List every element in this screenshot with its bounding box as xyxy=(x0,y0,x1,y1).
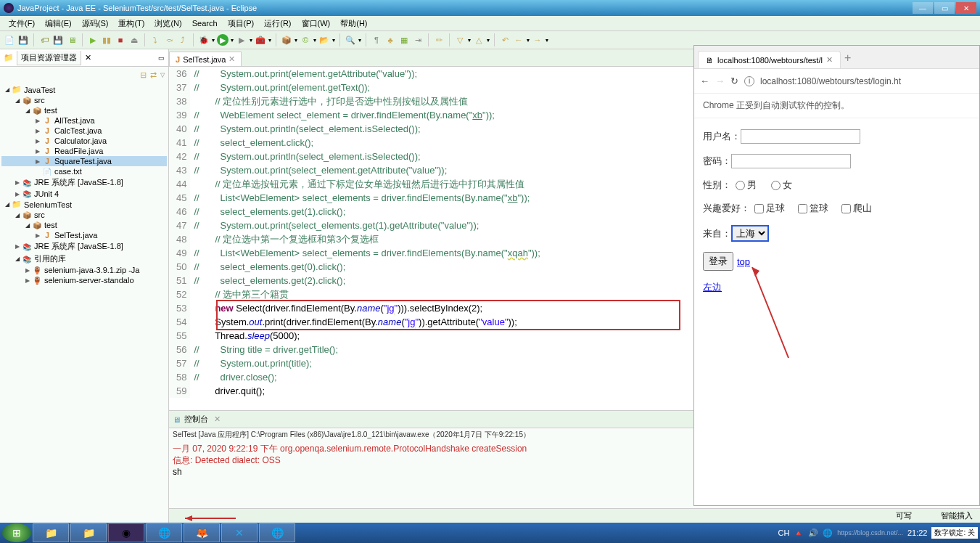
hobby-climb-checkbox[interactable] xyxy=(841,204,851,213)
tree-item[interactable]: ▶AllTest.java xyxy=(1,115,167,126)
search-icon[interactable]: 🔍 xyxy=(345,34,356,46)
task-chrome[interactable]: 🌐 xyxy=(146,523,182,542)
folder-icon: 📁 xyxy=(4,53,14,62)
tree-item[interactable]: ◢src xyxy=(1,95,167,105)
run-icon[interactable]: ▶ xyxy=(217,34,228,46)
debug-icon[interactable]: 🐞 xyxy=(198,34,210,46)
task-chrome2[interactable]: 🌐 xyxy=(259,523,295,542)
save-all-icon[interactable]: 💾 xyxy=(52,34,64,46)
block-sel-icon[interactable]: ▦ xyxy=(398,34,410,46)
menu-item[interactable]: Search xyxy=(187,19,223,28)
back-icon[interactable]: ← xyxy=(700,75,709,86)
new-icon[interactable]: 📄 xyxy=(4,34,15,46)
task-app[interactable]: ✕ xyxy=(221,523,258,542)
editor-tab-close-icon[interactable]: ✕ xyxy=(228,54,235,64)
left-link[interactable]: 左边 xyxy=(703,281,722,294)
password-input[interactable] xyxy=(731,154,851,168)
tree-item[interactable]: ▶SquareTest.java xyxy=(1,156,167,166)
tree-item[interactable]: ▶JRE 系统库 [JavaSE-1.8] xyxy=(1,176,167,189)
step-return-icon[interactable]: ⤴ xyxy=(177,34,189,46)
tree-item[interactable]: ◢引用的库 xyxy=(1,253,167,265)
menu-item[interactable]: 帮助(H) xyxy=(335,18,372,29)
tree-item[interactable]: case.txt xyxy=(1,166,167,176)
disconnect-icon[interactable]: ⏏ xyxy=(128,34,140,46)
menu-item[interactable]: 源码(S) xyxy=(77,18,114,29)
username-input[interactable] xyxy=(741,129,860,144)
menu-item[interactable]: 文件(F) xyxy=(4,18,40,29)
top-link[interactable]: top xyxy=(737,256,750,267)
tree-item[interactable]: ▶JUnit 4 xyxy=(1,189,167,199)
address-bar[interactable]: localhost:1080/webtours/test/login.ht xyxy=(760,76,901,86)
open-type-icon[interactable]: 📂 xyxy=(318,34,330,46)
pin-editor-icon[interactable]: ✏ xyxy=(433,34,445,46)
browser-tab[interactable]: 🗎 localhost:1080/webtours/test/l ✕ xyxy=(698,51,841,68)
tree-item[interactable]: ▶ReadFile.java xyxy=(1,146,167,156)
new-class-icon[interactable]: © xyxy=(300,34,311,46)
menu-item[interactable]: 浏览(N) xyxy=(149,18,186,29)
project-tree[interactable]: ◢JavaTest◢src◢test▶AllTest.java▶CalcTest… xyxy=(0,83,168,523)
run-last-icon[interactable]: ▶ xyxy=(236,34,247,46)
gender-male-radio[interactable] xyxy=(736,181,745,190)
show-whitespace-icon[interactable]: ⇥ xyxy=(412,34,424,46)
tree-item[interactable]: ◢JavaTest xyxy=(1,84,167,95)
next-ann-icon[interactable]: ▽ xyxy=(454,34,466,46)
task-firefox[interactable]: 🦊 xyxy=(184,523,220,542)
windows-taskbar: ⊞ 📁 📁 ◉ 🌐 🦊 ✕ 🌐 CH 🔺🔊🌐 https://blog.csdn… xyxy=(0,523,980,543)
tree-item[interactable]: ▶selenium-java-3.9.1.zip -Ja xyxy=(1,265,167,275)
task-explorer2[interactable]: 📁 xyxy=(70,523,107,542)
login-button[interactable]: 登录 xyxy=(703,252,733,271)
tab-close-icon[interactable]: ✕ xyxy=(826,55,833,65)
task-eclipse[interactable]: ◉ xyxy=(108,523,144,542)
tree-item[interactable]: ▶Calculator.java xyxy=(1,136,167,146)
tree-item[interactable]: ▶JRE 系统库 [JavaSE-1.8] xyxy=(1,240,167,253)
external-tools-icon[interactable]: 🧰 xyxy=(255,34,266,46)
collapse-all-icon[interactable]: ⊟ xyxy=(140,70,147,80)
explorer-close-icon[interactable]: ✕ xyxy=(85,53,91,62)
terminate-icon[interactable]: ■ xyxy=(115,34,126,46)
new-package-icon[interactable]: 📦 xyxy=(281,34,292,46)
close-button[interactable]: ✕ xyxy=(956,2,976,14)
maximize-button[interactable]: ▭ xyxy=(934,2,955,14)
tree-item[interactable]: ▶selenium-server-standalo xyxy=(1,275,167,285)
save-icon[interactable]: 💾 xyxy=(17,34,29,46)
hobby-soccer-checkbox[interactable] xyxy=(754,204,764,213)
tree-item[interactable]: ◢test xyxy=(1,105,167,115)
forward-icon[interactable]: → xyxy=(532,34,543,46)
menu-item[interactable]: 编辑(E) xyxy=(40,18,77,29)
suspend-icon[interactable]: ▮▮ xyxy=(101,34,112,46)
toggle-comment-icon[interactable]: ¶ xyxy=(371,34,382,46)
hobby-basketball-checkbox[interactable] xyxy=(798,204,807,213)
tree-item[interactable]: ◢src xyxy=(1,210,167,220)
view-menu-icon[interactable]: ▽ xyxy=(160,72,165,78)
tree-item[interactable]: ▶SelTest.java xyxy=(1,230,167,240)
prev-ann-icon[interactable]: △ xyxy=(473,34,485,46)
mark-occ-icon[interactable]: ♣ xyxy=(384,34,396,46)
menu-item[interactable]: 窗口(W) xyxy=(297,18,336,29)
open-type-icon[interactable]: 🏷 xyxy=(38,34,50,46)
menu-item[interactable]: 重构(T) xyxy=(113,18,149,29)
menu-item[interactable]: 项目(P) xyxy=(223,18,260,29)
tree-item[interactable]: ▶CalcTest.java xyxy=(1,126,167,136)
step-over-icon[interactable]: ⤼ xyxy=(163,34,175,46)
new-server-icon[interactable]: 🖥 xyxy=(66,34,78,46)
step-into-icon[interactable]: ⤵ xyxy=(149,34,161,46)
origin-select[interactable]: 上海 xyxy=(731,225,769,242)
menu-item[interactable]: 运行(R) xyxy=(259,18,296,29)
editor-tab-seltest[interactable]: J SelTest.java ✕ xyxy=(169,52,242,66)
explorer-minimize-icon[interactable]: ▭ xyxy=(158,54,165,62)
console-tab-close-icon[interactable]: ✕ xyxy=(214,415,221,424)
forward-icon[interactable]: → xyxy=(715,75,725,86)
last-edit-icon[interactable]: ↶ xyxy=(499,34,511,46)
new-tab-icon[interactable]: + xyxy=(841,48,855,68)
tree-item[interactable]: ◢SeleniumTest xyxy=(1,199,167,210)
gender-female-radio[interactable] xyxy=(771,181,781,190)
start-button[interactable]: ⊞ xyxy=(2,523,31,542)
back-icon[interactable]: ← xyxy=(513,34,524,46)
link-editor-icon[interactable]: ⇄ xyxy=(150,70,157,80)
system-tray[interactable]: CH 🔺🔊🌐 https://blog.csdn.net/... 21:22 数… xyxy=(778,527,978,539)
reload-icon[interactable]: ↻ xyxy=(730,75,738,86)
minimize-button[interactable]: — xyxy=(913,2,933,14)
resume-icon[interactable]: ▶ xyxy=(87,34,99,46)
tree-item[interactable]: ◢test xyxy=(1,220,167,230)
task-explorer[interactable]: 📁 xyxy=(33,523,69,542)
